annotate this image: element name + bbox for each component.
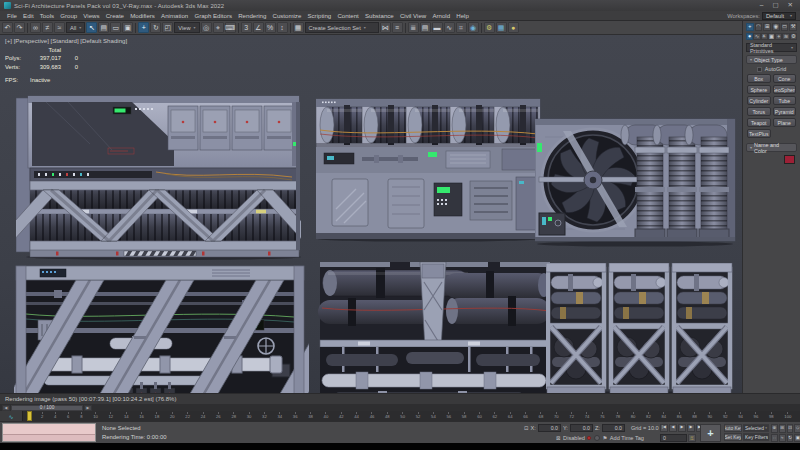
field-of-view-button[interactable]: ◇: [794, 424, 800, 433]
rendered-frame-window-icon[interactable]: ▦: [496, 22, 507, 33]
timeline-tick-8[interactable]: 8: [80, 411, 82, 421]
key-mode-dropdown[interactable]: Selected▾: [743, 424, 769, 432]
close-button[interactable]: ✕: [788, 2, 793, 9]
timeline-tick-24[interactable]: 24: [201, 411, 206, 421]
menu-customize[interactable]: Customize: [269, 12, 304, 19]
menu-rendering[interactable]: Rendering: [235, 12, 269, 19]
angle-snap-icon[interactable]: ∠: [253, 22, 264, 33]
select-and-manipulate-icon[interactable]: ⌖: [213, 22, 224, 33]
minimize-button[interactable]: –: [760, 2, 764, 9]
zoom-button[interactable]: ⊕: [771, 424, 778, 433]
status-circle-icon[interactable]: [594, 435, 600, 441]
toggle-layer-explorer-icon[interactable]: ▤: [420, 22, 431, 33]
maxscript-mini-listener[interactable]: [2, 423, 96, 442]
menu-group[interactable]: Group: [57, 12, 80, 19]
go-to-start-button[interactable]: |◀: [660, 424, 668, 432]
objtype-geosphere-button[interactable]: GeoSphere: [773, 85, 797, 94]
menu-civil-view[interactable]: Civil View: [397, 12, 430, 19]
cameras-subtab[interactable]: ▣: [768, 33, 775, 41]
timeline-tick-90[interactable]: 90: [708, 411, 713, 421]
reference-coordinate-dropdown[interactable]: View▾: [174, 22, 199, 33]
select-and-move-icon[interactable]: +: [138, 22, 149, 33]
unlink-selection-icon[interactable]: ≠: [42, 22, 53, 33]
timeline-tick-56[interactable]: 56: [446, 411, 451, 421]
rectangular-selection-region-icon[interactable]: ▭: [110, 22, 121, 33]
timeline-tick-34[interactable]: 34: [277, 411, 282, 421]
previous-frame-arrow[interactable]: ◀: [2, 405, 10, 411]
pan-view-button[interactable]: ⇔: [771, 434, 778, 443]
degradation-icon[interactable]: ⊠: [556, 435, 561, 441]
model-panel-truss-pipes[interactable]: [16, 92, 301, 260]
motion-tab[interactable]: ◉: [772, 23, 780, 31]
perspective-viewport[interactable]: [+] [Perspective] [Standard] [Default Sh…: [0, 35, 742, 393]
timeline-tick-72[interactable]: 72: [569, 411, 574, 421]
add-time-tag-label[interactable]: Add Time Tag: [610, 435, 644, 441]
timeline-tick-14[interactable]: 14: [124, 411, 129, 421]
selection-lock-icon[interactable]: ⊡: [524, 425, 529, 431]
timeline-tick-30[interactable]: 30: [247, 411, 252, 421]
timeline-playhead[interactable]: [27, 411, 32, 421]
objtype-cone-button[interactable]: Cone: [773, 74, 797, 83]
create-tab[interactable]: +: [746, 23, 754, 31]
menu-modifiers[interactable]: Modifiers: [127, 12, 158, 19]
maximize-viewport-button[interactable]: ▣: [794, 434, 800, 443]
menu-graph-editors[interactable]: Graph Editors: [191, 12, 235, 19]
percent-snap-icon[interactable]: %: [265, 22, 276, 33]
next-frame-arrow[interactable]: ▶: [84, 405, 92, 411]
systems-subtab[interactable]: ⚙: [790, 33, 797, 41]
bind-to-space-warp-icon[interactable]: ≈: [54, 22, 65, 33]
timeline-tick-10[interactable]: 10: [93, 411, 98, 421]
track-bar[interactable]: ∿ 02468101214161820222426283032343638404…: [0, 411, 800, 421]
timeline-tick-48[interactable]: 48: [385, 411, 390, 421]
timeline-tick-52[interactable]: 52: [416, 411, 421, 421]
utilities-tab[interactable]: ⚒: [789, 23, 797, 31]
timeline-tick-82[interactable]: 82: [646, 411, 651, 421]
previous-frame-button[interactable]: ◀: [669, 424, 677, 432]
undo-icon[interactable]: ↶: [2, 22, 13, 33]
mirror-icon[interactable]: ⋈: [380, 22, 391, 33]
material-editor-icon[interactable]: ◉: [468, 22, 479, 33]
select-and-link-icon[interactable]: ∞: [30, 22, 41, 33]
zoom-all-button[interactable]: ⊞: [779, 424, 786, 433]
toggle-scene-explorer-icon[interactable]: ≣: [408, 22, 419, 33]
timeline-tick-44[interactable]: 44: [354, 411, 359, 421]
workspace-dropdown[interactable]: Default ▾: [762, 12, 796, 20]
select-by-name-icon[interactable]: ▤: [98, 22, 109, 33]
timeline-tick-22[interactable]: 22: [185, 411, 190, 421]
hierarchy-tab[interactable]: ⊞: [763, 23, 771, 31]
timeline-tick-38[interactable]: 38: [308, 411, 313, 421]
curve-editor-icon[interactable]: ∿: [444, 22, 455, 33]
timeline-tick-40[interactable]: 40: [324, 411, 329, 421]
object-type-rollout-header[interactable]: ▾ Object Type: [746, 55, 797, 64]
timeline-tick-60[interactable]: 60: [477, 411, 482, 421]
viewport-label[interactable]: [+] [Perspective] [Standard] [Default Sh…: [5, 37, 127, 44]
timeline-tick-94[interactable]: 94: [738, 411, 743, 421]
objtype-cylinder-button[interactable]: Cylinder: [747, 96, 771, 105]
menu-arnold[interactable]: Arnold: [429, 12, 453, 19]
x-coordinate-field[interactable]: 0.0: [538, 424, 561, 432]
window-crossing-icon[interactable]: ▣: [122, 22, 133, 33]
select-and-scale-icon[interactable]: ◰: [162, 22, 173, 33]
space-warps-subtab[interactable]: ≋: [782, 33, 789, 41]
zoom-extents-button[interactable]: ⊡: [787, 424, 794, 433]
selection-filter-dropdown[interactable]: All▾: [66, 22, 85, 33]
spinner-snap-icon[interactable]: ↕: [277, 22, 288, 33]
timeline-ruler[interactable]: 0246810121416182022242628303234363840424…: [24, 411, 796, 421]
objtype-textplus-button[interactable]: TextPlus: [747, 129, 771, 138]
timeline-tick-54[interactable]: 54: [431, 411, 436, 421]
select-object-icon[interactable]: ↖: [86, 22, 97, 33]
objtype-pyramid-button[interactable]: Pyramid: [773, 107, 797, 116]
primitive-category-dropdown[interactable]: Standard Primitives ▾: [746, 43, 797, 52]
timeline-tick-78[interactable]: 78: [615, 411, 620, 421]
timeline-tick-20[interactable]: 20: [170, 411, 175, 421]
timeline-tick-16[interactable]: 16: [139, 411, 144, 421]
orbit-button[interactable]: ↻: [787, 434, 794, 443]
set-key-button[interactable]: Set Key: [724, 433, 742, 441]
timeline-tick-100[interactable]: 100: [784, 411, 791, 421]
time-slider-handle[interactable]: 0 / 100: [11, 405, 83, 411]
select-and-rotate-icon[interactable]: ↻: [150, 22, 161, 33]
model-panel-racks[interactable]: [546, 263, 734, 393]
autogrid-checkbox[interactable]: [757, 67, 762, 72]
timeline-tick-88[interactable]: 88: [692, 411, 697, 421]
menu-scripting[interactable]: Scripting: [304, 12, 334, 19]
